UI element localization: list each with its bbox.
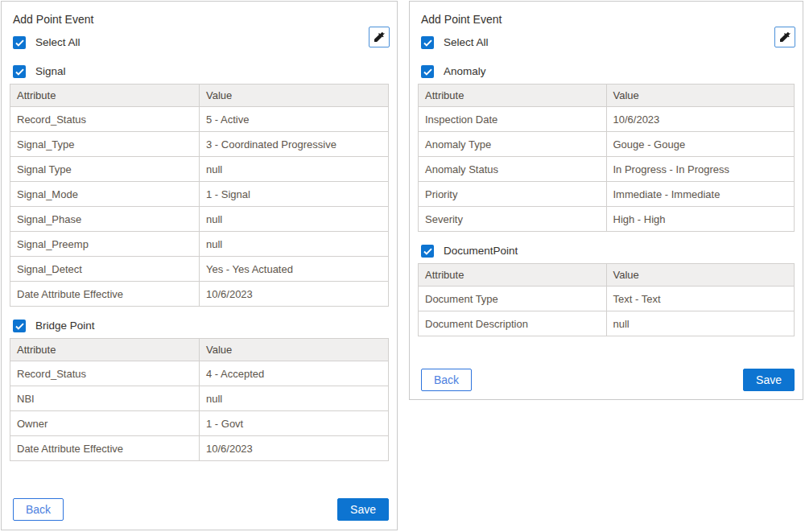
select-all-checkbox[interactable]: Select All	[421, 35, 795, 50]
value-cell: High - High	[606, 207, 795, 232]
column-header-value: Value	[200, 339, 389, 361]
table-header-row: Attribute Value	[419, 264, 795, 287]
table-row: Record_Status4 - Accepted	[10, 361, 389, 386]
value-cell: null	[200, 207, 389, 232]
attribute-cell: Date Attribute Effective	[10, 436, 200, 461]
table-header-row: Attribute Value	[419, 85, 795, 107]
value-cell: 10/6/2023	[606, 107, 795, 132]
table-header-row: Attribute Value	[10, 85, 389, 107]
table-row: Signal_Mode1 - Signal	[10, 182, 389, 207]
value-cell: 5 - Active	[200, 107, 389, 132]
value-cell: Yes - Yes Actuated	[200, 257, 389, 282]
value-cell: null	[200, 386, 389, 411]
table-row: Signal_Preempnull	[10, 232, 389, 257]
eyedropper-icon	[373, 31, 386, 43]
attribute-cell: Signal_Type	[10, 132, 200, 157]
attribute-cell: Document Description	[419, 311, 607, 336]
attribute-cell: Record_Status	[10, 361, 200, 386]
bridge-point-checkbox[interactable]: Bridge Point	[13, 319, 389, 333]
table-row: NBInull	[10, 386, 389, 411]
value-cell: 1 - Govt	[200, 411, 389, 436]
signal-checkbox[interactable]: Signal	[13, 64, 389, 79]
column-header-attribute: Attribute	[419, 264, 607, 287]
checkbox-checked-icon[interactable]	[13, 65, 26, 78]
column-header-attribute: Attribute	[419, 85, 607, 107]
column-header-value: Value	[606, 264, 795, 287]
value-cell: Gouge - Gouge	[606, 132, 795, 157]
column-header-attribute: Attribute	[10, 85, 200, 107]
group-label: DocumentPoint	[444, 244, 518, 258]
documentpoint-attribute-table: Attribute Value Document TypeText - Text…	[418, 263, 795, 336]
save-button[interactable]: Save	[337, 498, 389, 521]
eyedropper-button[interactable]	[774, 27, 795, 47]
page-title: Add Point Event	[13, 12, 389, 27]
table-row: Inspection Date10/6/2023	[419, 107, 795, 132]
attribute-cell: Document Type	[419, 287, 607, 311]
table-row: Date Attribute Effective10/6/2023	[10, 436, 389, 461]
value-cell: 3 - Coordinated Progressive	[200, 132, 389, 157]
documentpoint-checkbox[interactable]: DocumentPoint	[421, 244, 795, 258]
column-header-value: Value	[200, 85, 389, 107]
footer-button-row: Back Save	[13, 498, 389, 521]
anomaly-attribute-table: Attribute Value Inspection Date10/6/2023…	[418, 84, 795, 232]
column-header-attribute: Attribute	[10, 339, 200, 361]
attribute-cell: Signal_Mode	[10, 182, 200, 207]
attribute-cell: Severity	[419, 207, 607, 232]
table-header-row: Attribute Value	[10, 339, 389, 361]
value-cell: 10/6/2023	[200, 436, 389, 461]
table-row: Owner1 - Govt	[10, 411, 389, 436]
table-row: Document Descriptionnull	[419, 311, 795, 336]
attribute-cell: Owner	[10, 411, 200, 436]
page-title: Add Point Event	[421, 12, 795, 27]
add-point-event-panel: Add Point Event Select All Signal Attrib…	[1, 1, 398, 530]
select-all-checkbox[interactable]: Select All	[13, 35, 389, 50]
attribute-cell: Signal_Preemp	[10, 232, 200, 257]
back-button[interactable]: Back	[13, 498, 64, 521]
group-label: Bridge Point	[35, 319, 95, 333]
value-cell: Immediate - Immediate	[606, 182, 795, 207]
value-cell: null	[606, 311, 795, 336]
attribute-cell: Date Attribute Effective	[10, 282, 200, 307]
attribute-cell: Priority	[419, 182, 607, 207]
group-label: Anomaly	[444, 64, 486, 79]
save-button[interactable]: Save	[743, 369, 795, 391]
attribute-cell: Anomaly Status	[419, 157, 607, 182]
add-point-event-panel: Add Point Event Select All Anomaly Attri…	[409, 1, 803, 400]
value-cell: null	[200, 157, 389, 182]
attribute-cell: Record_Status	[10, 107, 200, 132]
checkbox-checked-icon[interactable]	[13, 320, 26, 332]
checkbox-checked-icon[interactable]	[421, 36, 434, 49]
table-row: PriorityImmediate - Immediate	[419, 182, 795, 207]
checkbox-checked-icon[interactable]	[421, 245, 434, 258]
back-button[interactable]: Back	[421, 369, 472, 391]
table-row: Document TypeText - Text	[419, 287, 795, 311]
anomaly-checkbox[interactable]: Anomaly	[421, 64, 795, 79]
table-row: Record_Status5 - Active	[10, 107, 389, 132]
attribute-cell: Signal_Detect	[10, 257, 200, 282]
eyedropper-icon	[778, 31, 791, 43]
eyedropper-button[interactable]	[369, 27, 390, 47]
select-all-label: Select All	[444, 35, 489, 50]
select-all-label: Select All	[35, 35, 80, 50]
attribute-cell: Anomaly Type	[419, 132, 607, 157]
value-cell: 1 - Signal	[200, 182, 389, 207]
table-row: Signal_DetectYes - Yes Actuated	[10, 257, 389, 282]
table-row: Signal_Type3 - Coordinated Progressive	[10, 132, 389, 157]
attribute-cell: NBI	[10, 386, 200, 411]
attribute-cell: Signal_Phase	[10, 207, 200, 232]
group-label: Signal	[35, 64, 66, 79]
attribute-cell: Inspection Date	[419, 107, 607, 132]
signal-attribute-table: Attribute Value Record_Status5 - Active …	[10, 84, 389, 307]
checkbox-checked-icon[interactable]	[421, 65, 434, 78]
table-row: SeverityHigh - High	[419, 207, 795, 232]
table-row: Signal Typenull	[10, 157, 389, 182]
attribute-cell: Signal Type	[10, 157, 200, 182]
table-row: Anomaly StatusIn Progress - In Progress	[419, 157, 795, 182]
table-row: Anomaly TypeGouge - Gouge	[419, 132, 795, 157]
checkbox-checked-icon[interactable]	[13, 36, 26, 49]
table-row: Date Attribute Effective10/6/2023	[10, 282, 389, 307]
footer-button-row: Back Save	[421, 369, 795, 391]
table-row: Signal_Phasenull	[10, 207, 389, 232]
value-cell: null	[200, 232, 389, 257]
bridge-point-attribute-table: Attribute Value Record_Status4 - Accepte…	[10, 338, 389, 461]
